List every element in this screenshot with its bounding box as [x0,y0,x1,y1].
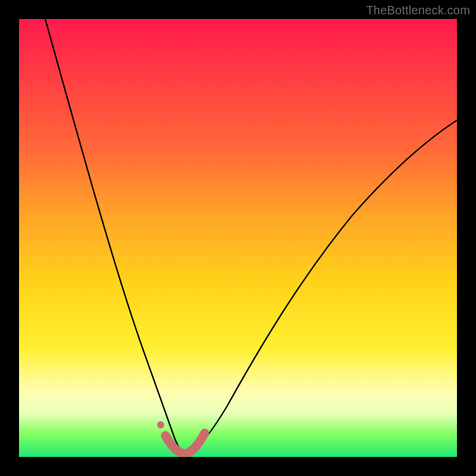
marker-trough-segment [165,433,205,454]
chart-curves [19,19,457,457]
chart-plot-area [19,19,457,457]
curve-left-branch [45,19,184,454]
curve-right-branch [184,120,457,454]
watermark-text: TheBottleneck.com [366,4,470,17]
marker-dot [157,421,164,428]
chart-frame: TheBottleneck.com [0,0,476,476]
